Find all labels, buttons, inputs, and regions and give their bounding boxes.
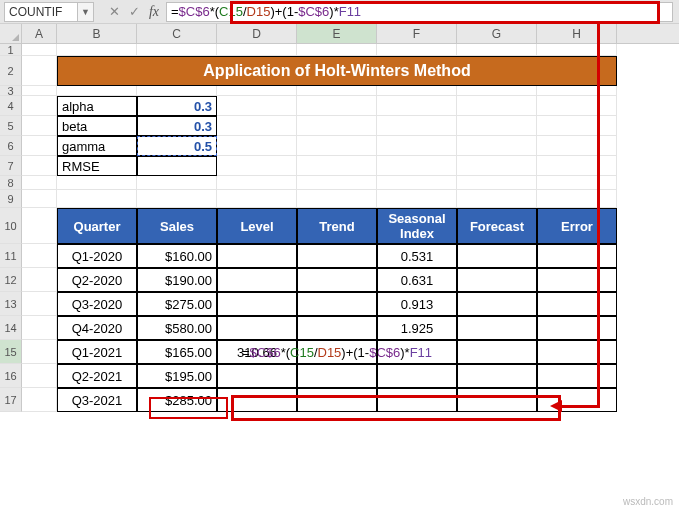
- table-cell[interactable]: Q3-2021: [57, 388, 137, 412]
- table-cell[interactable]: [377, 388, 457, 412]
- col-header[interactable]: H: [537, 24, 617, 43]
- table-cell[interactable]: Q4-2020: [57, 316, 137, 340]
- table-cell[interactable]: [537, 268, 617, 292]
- row-header[interactable]: 6: [0, 136, 22, 156]
- row-header[interactable]: 3: [0, 86, 22, 96]
- active-cell[interactable]: =$C$6*(C15/D15)+(1-$C$6)*F11: [297, 340, 377, 364]
- table-cell[interactable]: 1.925: [377, 316, 457, 340]
- row-header[interactable]: 9: [0, 190, 22, 208]
- table-cell[interactable]: [537, 316, 617, 340]
- row-header[interactable]: 4: [0, 96, 22, 116]
- param-value[interactable]: 0.3: [137, 116, 217, 136]
- param-label[interactable]: RMSE: [57, 156, 137, 176]
- table-cell[interactable]: 0.531: [377, 244, 457, 268]
- table-cell[interactable]: 0.631: [377, 268, 457, 292]
- param-value[interactable]: 0.3: [137, 96, 217, 116]
- table-cell[interactable]: [297, 388, 377, 412]
- col-header[interactable]: E: [297, 24, 377, 43]
- col-header[interactable]: F: [377, 24, 457, 43]
- table-cell[interactable]: [537, 292, 617, 316]
- col-header[interactable]: A: [22, 24, 57, 43]
- fx-icon[interactable]: fx: [144, 1, 164, 23]
- select-all-corner[interactable]: [0, 24, 22, 43]
- table-cell[interactable]: $285.00: [137, 388, 217, 412]
- cancel-icon[interactable]: ✕: [104, 1, 124, 23]
- col-header[interactable]: C: [137, 24, 217, 43]
- row-header[interactable]: 5: [0, 116, 22, 136]
- th-sales: Sales: [137, 208, 217, 244]
- confirm-icon[interactable]: ✓: [124, 1, 144, 23]
- th-seasonal: Seasonal Index: [377, 208, 457, 244]
- table-cell[interactable]: [457, 340, 537, 364]
- param-label[interactable]: beta: [57, 116, 137, 136]
- table-cell[interactable]: [457, 292, 537, 316]
- table-cell[interactable]: [297, 364, 377, 388]
- table-cell[interactable]: [217, 244, 297, 268]
- row-header[interactable]: 15: [0, 340, 22, 364]
- formula-text: =: [171, 4, 179, 19]
- annotation-arrow-head: [550, 400, 562, 412]
- table-cell[interactable]: $195.00: [137, 364, 217, 388]
- table-cell[interactable]: [537, 388, 617, 412]
- table-cell[interactable]: [457, 316, 537, 340]
- table-cell[interactable]: [297, 244, 377, 268]
- param-value[interactable]: [137, 156, 217, 176]
- param-value[interactable]: 0.5: [137, 136, 217, 156]
- row-header[interactable]: 17: [0, 388, 22, 412]
- table-cell[interactable]: $165.00: [137, 340, 217, 364]
- watermark: wsxdn.com: [623, 496, 673, 507]
- col-header[interactable]: D: [217, 24, 297, 43]
- row-header[interactable]: 11: [0, 244, 22, 268]
- table-cell[interactable]: [297, 268, 377, 292]
- table-cell[interactable]: Q2-2020: [57, 268, 137, 292]
- table-cell[interactable]: [297, 316, 377, 340]
- page-title: Application of Holt-Winters Method: [57, 56, 617, 86]
- table-cell[interactable]: [457, 244, 537, 268]
- col-header[interactable]: B: [57, 24, 137, 43]
- table-cell[interactable]: Q3-2020: [57, 292, 137, 316]
- table-cell[interactable]: [217, 292, 297, 316]
- th-forecast: Forecast: [457, 208, 537, 244]
- table-cell[interactable]: 0.913: [377, 292, 457, 316]
- table-cell[interactable]: Q1-2020: [57, 244, 137, 268]
- table-cell[interactable]: [377, 340, 457, 364]
- row-header[interactable]: 16: [0, 364, 22, 388]
- formula-bar[interactable]: =$C$6*(C15/D15)+(1-$C$6)*F11: [166, 2, 673, 22]
- row-header[interactable]: 7: [0, 156, 22, 176]
- name-box[interactable]: [4, 2, 78, 22]
- annotation-arrow: [597, 24, 600, 408]
- table-cell[interactable]: [297, 292, 377, 316]
- table-cell[interactable]: $275.00: [137, 292, 217, 316]
- table-cell[interactable]: [457, 364, 537, 388]
- table-cell[interactable]: [217, 364, 297, 388]
- param-label[interactable]: alpha: [57, 96, 137, 116]
- worksheet-grid[interactable]: A B C D E F G H 1 2 Application of Holt-…: [0, 24, 679, 511]
- table-cell[interactable]: $160.00: [137, 244, 217, 268]
- table-cell[interactable]: Q1-2021: [57, 340, 137, 364]
- row-header[interactable]: 10: [0, 208, 22, 244]
- table-cell[interactable]: $580.00: [137, 316, 217, 340]
- row-header[interactable]: 14: [0, 316, 22, 340]
- table-cell[interactable]: Q2-2021: [57, 364, 137, 388]
- row-header[interactable]: 1: [0, 44, 22, 56]
- table-cell[interactable]: [457, 268, 537, 292]
- name-box-dropdown[interactable]: ▼: [78, 2, 94, 22]
- col-header[interactable]: G: [457, 24, 537, 43]
- table-cell[interactable]: [537, 340, 617, 364]
- row-header[interactable]: 2: [0, 56, 22, 86]
- param-label[interactable]: gamma: [57, 136, 137, 156]
- th-error: Error: [537, 208, 617, 244]
- row-header[interactable]: 13: [0, 292, 22, 316]
- th-level: Level: [217, 208, 297, 244]
- row-header[interactable]: 8: [0, 176, 22, 190]
- table-cell[interactable]: [217, 316, 297, 340]
- table-cell[interactable]: [217, 268, 297, 292]
- table-cell[interactable]: [457, 388, 537, 412]
- table-cell[interactable]: [377, 364, 457, 388]
- table-cell[interactable]: [537, 244, 617, 268]
- table-cell[interactable]: [537, 364, 617, 388]
- table-cell[interactable]: $190.00: [137, 268, 217, 292]
- column-headers: A B C D E F G H: [0, 24, 679, 44]
- table-cell[interactable]: [217, 388, 297, 412]
- row-header[interactable]: 12: [0, 268, 22, 292]
